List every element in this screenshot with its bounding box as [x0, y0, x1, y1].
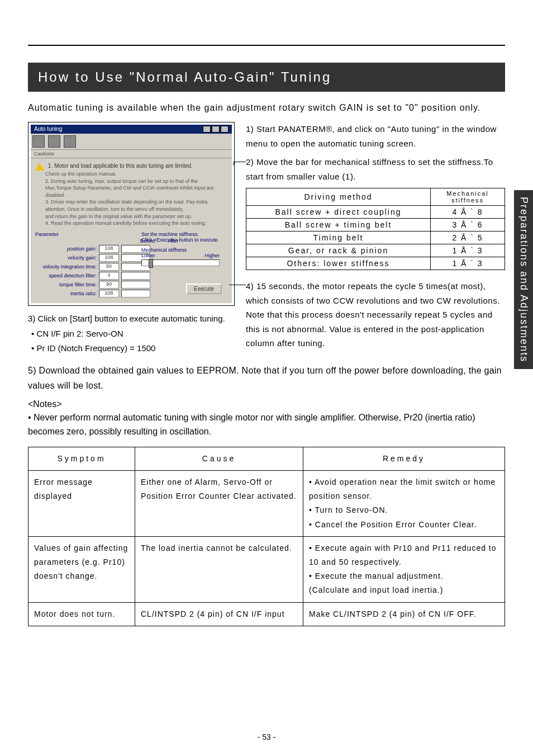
param-label: speed detection filter:: [35, 273, 97, 278]
remedy-cause: The load inertia cannot be calculated.: [135, 536, 303, 602]
notes-body: • Never perform normal automatic tuning …: [28, 410, 505, 439]
param-after: [121, 290, 150, 297]
window-buttons: [203, 126, 229, 133]
warn-item-3: attention. Once in oscillation, turn to …: [45, 206, 227, 213]
remedy-symptom: Motor does not turn.: [28, 602, 135, 626]
mech-stiff: 1 Å ` 3: [431, 244, 505, 257]
stiff-text2: Click <Execute> button to execute.: [141, 237, 220, 243]
step-1: 1) Start PANATERM®, and click on "Auto t…: [246, 122, 505, 150]
mech-method: Gear, or rack & pinion: [246, 244, 431, 257]
remedy-symptom: Values of gain affecting parameters (e.g…: [28, 536, 135, 602]
warn-line1b: Check up the operation manual.: [45, 171, 227, 178]
top-rule: [28, 45, 505, 46]
mech-stiff: 4 Å ` 8: [431, 206, 505, 219]
side-tab: Preparations and Adjustments: [514, 190, 533, 369]
param-before: 90: [99, 281, 119, 289]
dialog-titlebar: Auto tuning: [31, 125, 232, 134]
mech-h1: Driving method: [246, 188, 431, 206]
mech-method: Others: lower stiffness: [246, 257, 431, 270]
step2-leader-v: [234, 162, 234, 165]
table-row: Gear, or rack & pinion1 Å ` 3: [246, 244, 505, 257]
step-3: 3) Click on [Start] button to execute au…: [28, 311, 235, 326]
warn-line1: 1. Motor and load applicable to this aut…: [48, 163, 193, 169]
remedy-remedy: Make CL/INTSPD 2 (4 pin) of CN I/F OFF.: [303, 602, 505, 626]
step-2: 2) Move the bar for mechanical stiffness…: [246, 157, 493, 181]
toolbar-icon-3[interactable]: [64, 135, 76, 148]
param-before: 50: [99, 263, 119, 271]
table-row: Timing belt2 Å ` 5: [246, 231, 505, 244]
param-label: torque filter time:: [35, 282, 97, 287]
param-before: 108: [99, 245, 119, 253]
toolbar-icon-1[interactable]: [32, 135, 45, 148]
param-label: velocity integration time:: [35, 264, 97, 270]
remedy-remedy: • Avoid operation near the limit switch …: [303, 471, 505, 537]
remedy-cause: CL/INTSPD 2 (4 pin) of CN I/F input: [135, 602, 303, 626]
minimize-icon[interactable]: [203, 126, 211, 133]
remedy-h1: Symptom: [28, 447, 135, 470]
warn-item-1: Max.Torque Setup Parameter, and CW and C…: [45, 185, 227, 199]
param-label: velocity gain:: [35, 255, 97, 261]
maximize-icon[interactable]: [212, 126, 220, 133]
stiff-higher: Higher: [204, 253, 220, 258]
param-before: 4: [99, 272, 119, 280]
stiff-lower: Lower: [141, 253, 155, 258]
param-after: [121, 281, 150, 289]
stiff-text1: Set the machine stiffness.: [141, 231, 220, 237]
mechanical-stiffness-table: Driving method Mechanical stiffness Ball…: [246, 188, 505, 270]
table-row: Others: lower stiffness1 Å ` 3: [246, 257, 505, 270]
intro-text: Automatic tuning is available when the g…: [28, 103, 505, 113]
autotune-dialog: Auto tuning Cautions 1. Mo: [28, 122, 235, 306]
remedy-symptom: Error message displayed: [28, 471, 135, 537]
notes-head: <Notes>: [28, 399, 505, 409]
table-row: Values of gain affecting parameters (e.g…: [28, 536, 505, 602]
step3-bullet2: Pr ID (Notch Frequency) = 1500: [31, 341, 235, 356]
table-row: Ball screw + direct coupling4 Å ` 8: [246, 206, 505, 219]
table-row: Ball screw + timing belt3 Å ` 6: [246, 219, 505, 231]
dialog-toolbar: [31, 134, 232, 150]
step3-bullet1: CN I/F pin 2: Servo-ON: [31, 327, 235, 341]
step-4: 4) 15 seconds, the motor repeats the cyc…: [246, 281, 500, 348]
page-number: - 53 -: [0, 733, 533, 741]
remedy-table: Symptom Cause Remedy Error message displ…: [28, 447, 505, 626]
param-label: inertia ratio:: [35, 291, 97, 296]
mech-method: Ball screw + direct coupling: [246, 206, 431, 219]
execute-button[interactable]: Execute: [186, 284, 222, 294]
remedy-remedy: • Execute again with Pr10 and Pr11 reduc…: [303, 536, 505, 602]
stiff-label: Mechanical stiffness: [141, 247, 220, 253]
param-label: position gain:: [35, 246, 97, 252]
mech-method: Timing belt: [246, 231, 431, 244]
mech-h2: Mechanical stiffness: [431, 188, 505, 206]
param-before: 108: [99, 254, 119, 262]
table-row: Error message displayedEither one of Ala…: [28, 471, 505, 537]
section-title: How to Use "Normal Auto-Gain" Tuning: [28, 63, 505, 92]
warn-item-4: and return the gain to the original valu…: [45, 213, 227, 220]
warn-item-0: 2. During auto tuning, max. output torqu…: [45, 178, 227, 185]
stiffness-slider[interactable]: [141, 259, 220, 266]
mech-stiff: 1 Å ` 3: [431, 257, 505, 270]
remedy-h3: Remedy: [303, 447, 505, 470]
remedy-h2: Cause: [135, 447, 303, 470]
param-before: 108: [99, 290, 119, 297]
param-after: [121, 272, 150, 280]
mech-method: Ball screw + timing belt: [246, 219, 431, 231]
mech-stiff: 2 Å ` 5: [431, 231, 505, 244]
step2-leader: [234, 162, 246, 162]
caution-header: Cautions: [31, 150, 232, 158]
warn-item-2: 3. Driver may enter the oscillation stat…: [45, 199, 227, 206]
warning-icon: [35, 163, 44, 171]
step4-leader: [229, 285, 246, 285]
step-5: 5) Download the obtained gain values to …: [28, 363, 505, 393]
dialog-title: Auto tuning: [34, 126, 63, 133]
table-row: Motor does not turn.CL/INTSPD 2 (4 pin) …: [28, 602, 505, 626]
remedy-cause: Either one of Alarm, Servo-Off or Positi…: [135, 471, 303, 537]
mech-stiff: 3 Å ` 6: [431, 219, 505, 231]
close-icon[interactable]: [221, 126, 229, 133]
warn-item-5: 4. Read the operation manual carefully b…: [45, 220, 227, 227]
param-row: speed detection filter:4: [35, 272, 227, 280]
toolbar-icon-2[interactable]: [48, 135, 60, 148]
